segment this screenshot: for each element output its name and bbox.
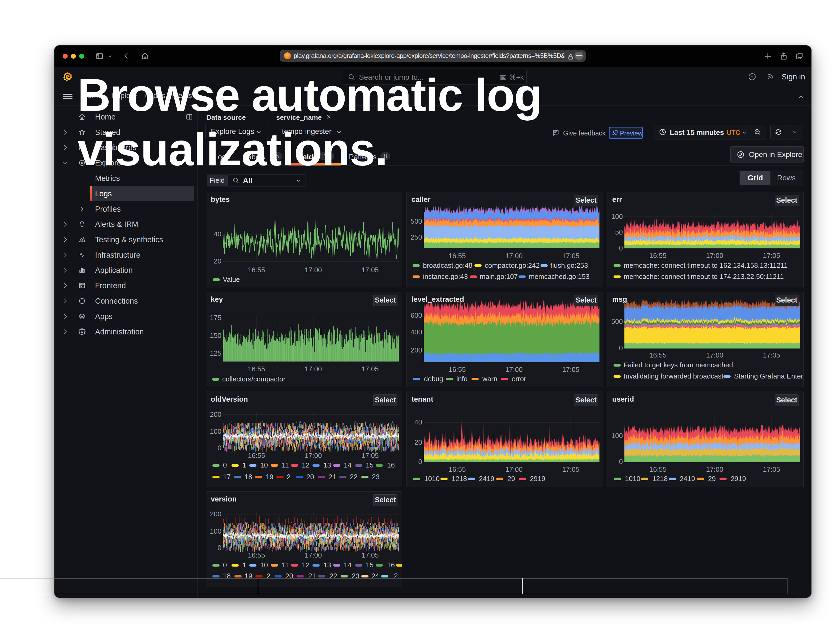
svg-text:k6: k6 [81,240,83,242]
svg-text:?: ? [751,75,753,79]
